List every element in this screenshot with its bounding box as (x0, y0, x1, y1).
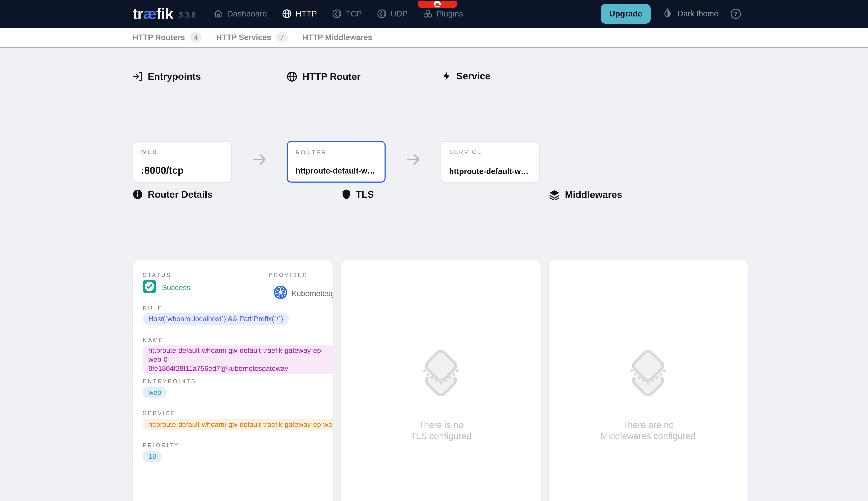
provider-block: PROVIDER Kubernetesg (268, 272, 333, 301)
recording-indicator-badge[interactable] (418, 0, 457, 7)
version-label: 3.3.6 (179, 8, 195, 19)
name-label: NAME (143, 337, 164, 343)
tab-count-badge: 7 (276, 32, 288, 42)
name-chip: httproute-default-whoami-gw-default-trae… (143, 345, 333, 374)
heading-text: Router Details (148, 190, 213, 199)
heading-text: TLS (356, 190, 374, 199)
svg-text:?: ? (734, 10, 738, 17)
dark-theme-label: Dark theme (678, 9, 718, 18)
http-tabbar: HTTP Routers 4 HTTP Services 7 HTTP Midd… (0, 28, 868, 49)
tab-http-middlewares[interactable]: HTTP Middlewares (303, 33, 372, 42)
nav-label: UDP (390, 9, 407, 18)
nav-item-udp[interactable]: UDP (377, 0, 408, 28)
navbar-right: Upgrade Dark theme ? (601, 4, 741, 24)
entrypoint-port-value: :8000/tcp (141, 165, 224, 176)
nav-item-http[interactable]: HTTP (282, 0, 317, 28)
tls-empty-message: There is no TLS configured (410, 419, 471, 441)
status-value: Success (162, 283, 190, 292)
empty-line: There is no (410, 419, 471, 430)
rule-label: RULE (143, 305, 163, 311)
provider-value: Kubernetesg (292, 289, 333, 298)
traefik-dashboard: træfik 3.3.6 Dashboard HTTP TCP UDP Plug… (0, 0, 868, 501)
shield-icon (342, 189, 351, 199)
service-label: SERVICE (143, 410, 176, 416)
service-card[interactable]: SERVICE httproute-default-whoami-gw-defa… (441, 141, 540, 183)
success-check-icon (143, 280, 156, 295)
info-icon (133, 189, 143, 199)
sphere-icon (332, 9, 342, 19)
empty-line: Middlewares configured (601, 430, 696, 441)
nav-item-dashboard[interactable]: Dashboard (213, 0, 267, 28)
empty-layers-icon (622, 350, 674, 402)
card-label: SERVICE (449, 149, 531, 155)
router-name-value: httproute-default-whoami-gw-default-trae… (296, 167, 378, 175)
kubernetes-icon (274, 286, 287, 301)
tab-label: HTTP Routers (133, 33, 185, 42)
router-details-card: STATUS Success PROVIDER Kubernetesg RULE… (133, 259, 333, 501)
dark-theme-toggle[interactable]: Dark theme (663, 8, 718, 20)
service-name-value: httproute-default-whoami-gw-default-trae… (449, 167, 532, 176)
middlewares-empty-message: There are no Middlewares configured (601, 419, 696, 441)
layers-icon (549, 189, 560, 200)
globe-icon (287, 71, 297, 82)
tab-count-badge: 4 (190, 32, 202, 42)
router-details-heading: Router Details (133, 189, 212, 199)
logo-text: fik (156, 5, 173, 22)
nav-item-tcp[interactable]: TCP (332, 0, 362, 28)
rule-chip: Host(`whoami.localhost`) && PathPrefix(`… (143, 313, 289, 325)
sphere-icon (377, 9, 387, 19)
card-label: WEB (141, 149, 223, 155)
tab-label: HTTP Middlewares (303, 33, 372, 42)
flow-arrow-icon (251, 152, 268, 170)
contrast-drop-icon (663, 8, 673, 20)
arrow-into-bracket-icon (133, 71, 143, 82)
traefik-logo[interactable]: træfik (133, 6, 173, 21)
card-label: ROUTER (296, 149, 377, 156)
home-icon (213, 9, 223, 19)
tls-heading: TLS (342, 189, 374, 199)
help-icon[interactable]: ? (730, 8, 741, 19)
nav-label: HTTP (296, 9, 317, 18)
http-router-heading: HTTP Router (287, 71, 361, 82)
router-card[interactable]: ROUTER httproute-default-whoami-gw-defau… (287, 141, 385, 183)
service-heading: Service (442, 71, 490, 81)
entrypoint-chip: web (143, 386, 167, 398)
nav-label: Dashboard (227, 9, 267, 18)
middlewares-card: There are no Middlewares configured (548, 259, 748, 501)
lightning-icon (442, 71, 451, 81)
upgrade-button[interactable]: Upgrade (601, 4, 651, 24)
heading-text: Middlewares (565, 190, 622, 199)
flow-arrow-icon (405, 152, 422, 170)
heading-text: Entrypoints (148, 72, 201, 81)
status-label: STATUS (143, 272, 171, 278)
tab-http-routers[interactable]: HTTP Routers 4 (133, 32, 202, 42)
middlewares-heading: Middlewares (549, 189, 622, 200)
tab-http-services[interactable]: HTTP Services 7 (216, 32, 288, 42)
provider-label: PROVIDER (268, 272, 333, 278)
empty-line: There are no (601, 419, 696, 430)
name-line: 8fe1804f28f11a756ed7@kubernetesgateway (148, 364, 328, 373)
nav-label: Plugins (436, 9, 463, 18)
empty-layers-icon (415, 350, 467, 402)
router-detail-page: Entrypoints HTTP Router Service WEB :800… (0, 48, 868, 501)
entrypoint-card[interactable]: WEB :8000/tcp (133, 141, 232, 183)
empty-line: TLS configured (410, 430, 471, 441)
heading-text: Service (456, 71, 490, 81)
globe-icon (282, 9, 292, 19)
logo-text: tr (133, 5, 143, 22)
cubes-icon (423, 9, 432, 19)
entrypoints-heading: Entrypoints (133, 71, 201, 82)
name-line: httproute-default-whoami-gw-default-trae… (148, 346, 328, 364)
status-badge: Success (143, 280, 190, 295)
priority-label: PRIORITY (143, 442, 179, 449)
heading-text: HTTP Router (303, 72, 361, 82)
navbar: træfik 3.3.6 Dashboard HTTP TCP UDP Plug… (0, 0, 868, 28)
logo-ae: æ (143, 5, 156, 22)
nav-label: TCP (346, 9, 362, 18)
service-chip: httproute-default-whoami-gw-default-trae… (143, 418, 333, 430)
tab-label: HTTP Services (216, 33, 271, 42)
priority-chip: 18 (143, 450, 162, 462)
tls-card: There is no TLS configured (341, 259, 541, 501)
provider-badge: Kubernetesg (268, 286, 333, 301)
entrypoints-label: ENTRYPOINTS (143, 378, 196, 385)
